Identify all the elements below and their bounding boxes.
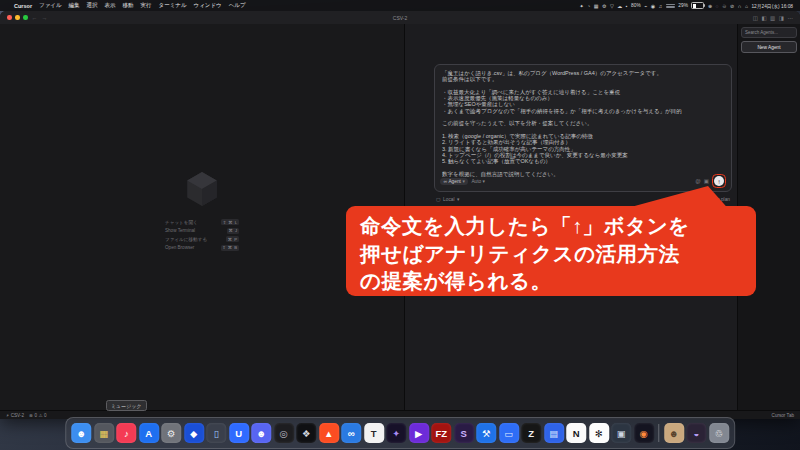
battery-icon[interactable] [691,2,704,9]
infinity-icon: ∞ [444,179,447,184]
menu-item[interactable]: ヘルプ [229,2,246,9]
search-agents-input[interactable]: Search Agents... [741,27,797,38]
send-button[interactable]: ↑ [714,176,724,186]
layout-toggle-icon[interactable]: ◧ [761,15,766,21]
app-glyph: ▲ [324,428,333,439]
status-icon[interactable]: ⚙ [602,3,606,9]
app-glyph: ♪ [124,428,129,439]
menu-item[interactable]: 実行 [141,2,152,9]
app-glyph: ∞ [348,428,355,439]
status-icon[interactable]: ♫ [659,3,663,9]
dock-icon-filezilla[interactable]: FZ [431,423,451,443]
shortcut-keys: ⇧ ⌘ B [221,245,239,251]
cursor-tab-status[interactable]: Cursor Tab [772,413,794,418]
status-icon[interactable]: ◔ [587,3,590,9]
dock-icon-iphone-mirroring[interactable]: ▯ [206,423,226,443]
dock-icon-typora[interactable]: T [364,423,384,443]
shortcut-row[interactable]: Open Browser ⇧ ⌘ B [165,245,239,251]
status-icon[interactable]: ▪ [626,3,628,9]
dock-icon-scrivener[interactable]: S [454,423,474,443]
layout-toggle-icon[interactable]: ⋯ [788,15,794,21]
dock-icon-window-manager[interactable]: ▭ [499,423,519,443]
status-icon[interactable]: ▽ [610,3,614,9]
dock-icon-music[interactable]: ♪ [116,423,136,443]
status-icon[interactable]: ⌁ [644,3,647,9]
status-icon[interactable]: ☁ [617,3,622,9]
active-app-name[interactable]: Cursor [14,3,32,9]
app-glyph: ♲ [714,428,723,439]
attachment-icon[interactable]: ▣ [704,178,709,184]
dock-separator [658,424,659,442]
new-agent-button[interactable]: New Agent [741,41,797,53]
dock-icon-record-app[interactable]: ◎ [274,423,294,443]
dock-icon-discord[interactable]: ☻ [251,423,271,443]
dock-icon-xcode[interactable]: ⚒ [476,423,496,443]
back-icon[interactable]: ← [32,15,38,21]
status-icon[interactable]: ✦ [579,3,583,9]
dock-icon-wallet[interactable]: ▤ [544,423,564,443]
layout-toggle-icon[interactable]: ◨ [779,15,784,21]
remote-indicator[interactable]: ⚡ CSV-2 [6,413,24,418]
dock-icon-app-store[interactable]: A [139,423,159,443]
attachment-icon[interactable]: @ [695,178,701,184]
app-glyph: ▦ [99,428,108,439]
model-selector[interactable]: Auto ▾ [471,179,485,184]
dock-icon-portrait-file[interactable]: ☻ [664,423,684,443]
dock-icon-ulysses[interactable]: U [229,423,249,443]
dock-icon-screenshot-tool[interactable]: ▣ [611,423,631,443]
warning-icon: ⚠ [38,413,42,418]
chevron-down-icon: ▾ [457,197,459,202]
dock-icon-brave[interactable]: ▲ [319,423,339,443]
dock-icon-photo-editor[interactable]: ◉ [634,423,654,443]
status-icon[interactable]: ◉ [651,3,655,9]
dock-icon-system-settings[interactable]: ⚙ [161,423,181,443]
shortcut-row[interactable]: ファイルに移動する ⌘ P [165,236,239,242]
menu-item[interactable]: 編集 [69,2,80,9]
status-icon[interactable]: ◌ [716,3,719,9]
dock-icon-bitwarden[interactable]: ◆ [184,423,204,443]
layout-toggle-icon[interactable]: ◫ [753,15,758,21]
shortcut-row[interactable]: チャットを開く ⇧ ⌘ L [165,219,239,225]
minimize-window-button[interactable] [15,15,20,20]
stats-widget[interactable] [666,4,675,8]
dock-icon-chatgpt[interactable]: ✻ [589,423,609,443]
dock-icon-trash[interactable]: ♲ [709,423,729,443]
status-icon[interactable]: ▦ [594,3,599,9]
layout-toggle-icon[interactable]: ▥ [770,15,775,21]
dock-icon-launchpad[interactable]: ▦ [94,423,114,443]
app-glyph: ◎ [280,428,288,439]
problems-indicator[interactable]: ⊗ 0 ⚠ 0 [29,413,47,418]
shortcut-keys: ⌘ J [227,228,239,234]
chat-input-box[interactable]: 「魔王はかく語りき.csv」は、私のブログ（WordPress / GA4）のア… [434,64,732,192]
status-icon[interactable]: ♲ [722,3,726,9]
environment-selector[interactable]: Local [443,197,454,202]
app-glyph: ☻ [76,428,86,439]
status-icon[interactable]: ⊘ [730,3,734,9]
dock-icon-utility[interactable]: ◒ [686,423,706,443]
agent-mode-selector[interactable]: ∞ Agent ▾ [440,178,468,185]
menu-bar-clock[interactable]: 12月24日(水) 16:08 [751,3,793,9]
dock-icon-zed[interactable]: Z [521,423,541,443]
dock-icon-cursor[interactable]: ❖ [296,423,316,443]
dock-icon-media-player[interactable]: ▶ [409,423,429,443]
zoom-window-button[interactable] [23,15,28,20]
shortcut-row[interactable]: Show Terminal ⌘ J [165,228,239,234]
forward-icon[interactable]: → [42,15,48,21]
menu-item[interactable]: ウィンドウ [194,2,222,9]
dock-icon-finder[interactable]: ☻ [71,423,91,443]
menu-item[interactable]: 表示 [105,2,116,9]
editor-pane[interactable]: チャットを開く ⇧ ⌘ L Show Terminal ⌘ J ファイルに移動す… [0,24,405,411]
dock-icon-notion[interactable]: N [566,423,586,443]
app-glyph: ❖ [302,428,311,439]
status-icon[interactable]: ⌂ [745,3,748,9]
menu-item[interactable]: ターミナル [159,2,187,9]
dock-icon-vscode[interactable]: ∞ [341,423,361,443]
menu-item[interactable]: ファイル [39,2,62,9]
close-window-button[interactable] [7,15,12,20]
status-icon[interactable]: ⊕ [708,3,712,9]
menu-item[interactable]: 移動 [123,2,134,9]
status-icon[interactable]: ∩ [738,3,742,9]
dock: ☻ ▦ ♪ A ⚙ ◆ ▯ U ☻ ◎ ❖ ▲ [65,417,735,449]
dock-icon-purple-tool[interactable]: ✦ [386,423,406,443]
menu-item[interactable]: 選択 [87,2,98,9]
